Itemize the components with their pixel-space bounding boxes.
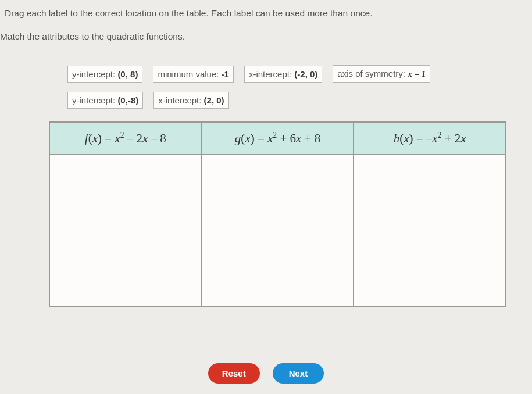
label-row-2: y-intercept: (0,-8) x-intercept: (2, 0) [67, 92, 523, 109]
label-x-intercept-neg2-0[interactable]: x-intercept: (-2, 0) [244, 66, 322, 83]
functions-table: f(x) = x2 – 2x – 8 g(x) = x2 + 6x + 8 h(… [49, 121, 506, 307]
instruction-secondary: Match the attributes to the quadratic fu… [0, 31, 523, 42]
label-value: -1 [222, 69, 229, 79]
table-header-row: f(x) = x2 – 2x – 8 g(x) = x2 + 6x + 8 h(… [50, 123, 505, 155]
label-prefix: y-intercept: [72, 95, 117, 105]
label-axis-of-symmetry[interactable]: axis of symmetry: x = 1 [333, 65, 430, 83]
label-minimum-value[interactable]: minimum value: -1 [153, 66, 234, 83]
label-value: (0, 8) [117, 69, 138, 79]
dropzone-hx[interactable] [354, 155, 505, 306]
label-prefix: y-intercept: [72, 69, 117, 79]
label-value: (0,-8) [117, 95, 138, 105]
draggable-labels-area: y-intercept: (0, 8) minimum value: -1 x-… [67, 65, 523, 109]
label-value: (-2, 0) [294, 69, 317, 79]
label-value: (2, 0) [204, 95, 224, 105]
button-row: Reset Next [0, 363, 532, 384]
label-row-1: y-intercept: (0, 8) minimum value: -1 x-… [67, 65, 523, 83]
label-prefix: minimum value: [158, 69, 221, 79]
instruction-primary: Drag each label to the correct location … [5, 8, 523, 19]
label-y-intercept-0-8[interactable]: y-intercept: (0, 8) [67, 66, 142, 83]
header-gx: g(x) = x2 + 6x + 8 [202, 123, 355, 154]
label-x-intercept-2-0[interactable]: x-intercept: (2, 0) [153, 92, 228, 109]
label-prefix: x-intercept: [249, 69, 294, 79]
label-prefix: x-intercept: [158, 95, 203, 105]
label-prefix: axis of symmetry: [337, 69, 408, 78]
table-body-row [50, 155, 505, 306]
reset-button[interactable]: Reset [208, 363, 260, 384]
header-fx: f(x) = x2 – 2x – 8 [50, 123, 202, 154]
dropzone-gx[interactable] [202, 155, 355, 306]
label-y-intercept-0-neg8[interactable]: y-intercept: (0,-8) [67, 92, 143, 109]
next-button[interactable]: Next [273, 363, 324, 384]
label-value: x = 1 [408, 69, 426, 78]
header-hx: h(x) = –x2 + 2x [354, 123, 505, 154]
dropzone-fx[interactable] [50, 155, 202, 306]
